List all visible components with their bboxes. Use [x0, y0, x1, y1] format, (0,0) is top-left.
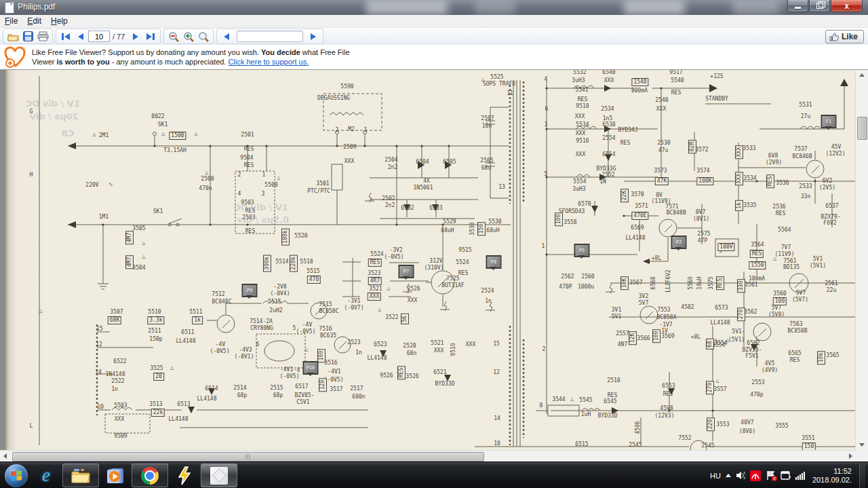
like-label: Like: [842, 32, 858, 41]
app-icon: [5, 2, 14, 14]
hidden-icons-button[interactable]: [726, 471, 731, 477]
winamp-lightning-icon: [177, 466, 192, 485]
menu-file[interactable]: File: [0, 16, 22, 26]
internet-explorer-icon: e: [42, 465, 50, 486]
minimize-button[interactable]: [787, 0, 808, 12]
up-arrow-icon: [859, 71, 865, 77]
next-page-icon: [132, 33, 140, 41]
slider-left-icon: [222, 33, 231, 41]
glass-reflection: [366, 0, 448, 15]
folder-icon: [71, 468, 90, 483]
scroll-down-button[interactable]: [856, 440, 867, 450]
previous-page-icon: [77, 33, 85, 41]
windows-start-icon: [5, 464, 28, 487]
banner-line1c: what Free File: [300, 48, 350, 56]
clock-time: 11:52: [812, 467, 852, 476]
down-arrow-icon: [859, 443, 865, 449]
zoom-out-icon: [168, 31, 180, 42]
banner-bold1: You decide: [261, 48, 300, 56]
file-viewer-icon: [210, 467, 228, 485]
taskbar-file-viewer[interactable]: [201, 464, 237, 487]
restore-icon: [816, 3, 823, 9]
network-signal-icon[interactable]: [795, 472, 805, 480]
glass-reflection: [475, 0, 515, 15]
file-group: [3, 29, 53, 44]
taskbar-explorer[interactable]: [62, 464, 99, 487]
menu-bar: File Edit Help: [0, 15, 868, 28]
horizontal-scrollbar[interactable]: [0, 450, 856, 462]
glass-reflection: [624, 0, 685, 15]
zoom-group: [163, 29, 214, 44]
clock[interactable]: 11:52 2018.09.02.: [812, 467, 852, 485]
menu-edit[interactable]: Edit: [22, 16, 46, 26]
action-center-flag-icon[interactable]: x: [766, 470, 776, 481]
scroll-left-button[interactable]: [0, 451, 10, 462]
windows-update-icon[interactable]: [781, 470, 791, 481]
right-arrow-icon: [849, 453, 855, 459]
taskbar-media-player[interactable]: [102, 464, 129, 487]
first-page-icon: [61, 33, 71, 41]
window-title: Philips.pdf: [18, 2, 55, 12]
taskbar: e: [0, 462, 868, 488]
banner-line2c: - any amount is much appreciated.: [110, 58, 229, 66]
menu-help[interactable]: Help: [46, 16, 73, 26]
language-indicator[interactable]: HU: [710, 472, 721, 480]
volume-icon[interactable]: [736, 471, 745, 480]
show-desktop-button[interactable]: [859, 462, 865, 488]
taskbar-chrome[interactable]: [132, 464, 168, 487]
print-button[interactable]: [35, 30, 50, 43]
pdf-viewport: [0, 70, 868, 462]
banner-line2: Viewer: [32, 58, 56, 66]
donation-banner: Like Free File Viewer? Support us by don…: [0, 45, 868, 70]
page-nav-group: / 77: [56, 29, 161, 44]
close-icon: x: [844, 1, 849, 11]
slider-left-button[interactable]: [219, 30, 234, 43]
heart-plus-icon: [3, 45, 28, 69]
banner-bold2: is worth to you: [56, 58, 109, 66]
save-floppy-icon: [23, 31, 33, 41]
scroll-right-button[interactable]: [846, 451, 856, 462]
zoom-tool-button[interactable]: [196, 30, 211, 43]
magnifier-icon: [198, 31, 210, 42]
zoom-out-button[interactable]: [166, 30, 181, 43]
save-button[interactable]: [20, 30, 35, 43]
zoom-slider[interactable]: [237, 31, 303, 42]
slider-right-icon: [309, 33, 317, 41]
system-tray: HU x 11:52 2018.09.02.: [710, 462, 868, 488]
page-total-label: / 77: [113, 33, 125, 41]
close-button[interactable]: x: [831, 0, 863, 12]
horizontal-scroll-thumb[interactable]: [12, 452, 484, 462]
support-link[interactable]: Click here to support us.: [229, 58, 309, 66]
like-button[interactable]: Like: [825, 30, 864, 43]
printer-icon: [37, 31, 49, 41]
minimize-icon: [795, 7, 801, 9]
media-player-icon: [106, 467, 125, 485]
open-folder-icon: [7, 32, 19, 41]
avira-icon[interactable]: [750, 470, 761, 481]
pdf-page: [5, 70, 856, 450]
vertical-scrollbar[interactable]: [855, 70, 868, 450]
page-number-input[interactable]: [88, 31, 110, 42]
open-button[interactable]: [5, 30, 20, 43]
last-page-icon: [146, 33, 155, 41]
banner-line1: Like Free File Viewer? Support us by don…: [32, 48, 261, 56]
zoom-in-button[interactable]: [181, 30, 196, 43]
title-bar[interactable]: Philips.pdf x: [0, 0, 868, 15]
taskbar-internet-explorer[interactable]: e: [33, 464, 60, 487]
last-page-button[interactable]: [143, 30, 158, 43]
start-button[interactable]: [3, 464, 30, 487]
restore-button[interactable]: [809, 0, 830, 12]
slider-right-button[interactable]: [306, 30, 321, 43]
previous-page-button[interactable]: [73, 30, 88, 43]
taskbar-winamp[interactable]: [171, 464, 198, 487]
left-arrow-icon: [1, 453, 7, 459]
first-page-button[interactable]: [58, 30, 73, 43]
scrollbar-corner: [856, 450, 868, 462]
vertical-scroll-thumb[interactable]: [857, 117, 867, 140]
thumbs-up-icon: [829, 33, 839, 41]
banner-text: Like Free File Viewer? Support us by don…: [32, 48, 350, 67]
scroll-up-button[interactable]: [856, 70, 867, 80]
clock-date: 2018.09.02.: [812, 476, 852, 485]
next-page-button[interactable]: [128, 30, 143, 43]
toolbar: / 77: [0, 28, 868, 45]
